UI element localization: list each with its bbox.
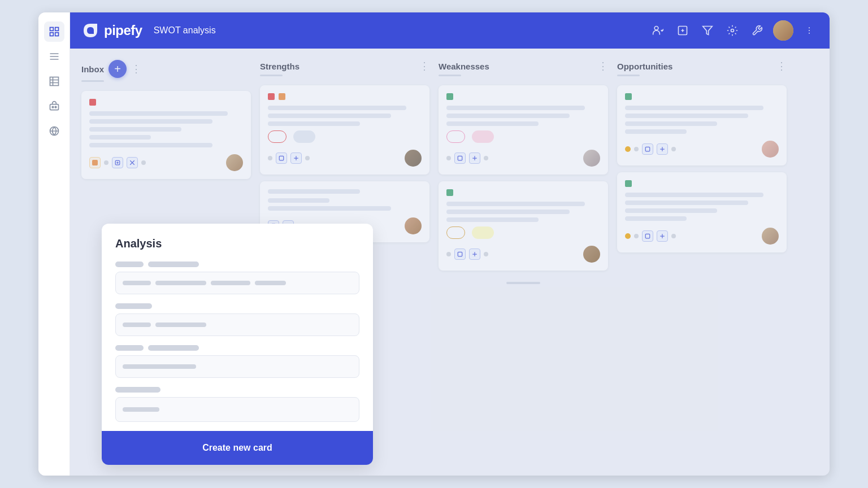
form-label-pill (115, 303, 152, 309)
form-label-pill (115, 387, 160, 393)
form-label-pill (115, 345, 144, 351)
sidebar-item-globe[interactable] (44, 121, 64, 141)
svg-point-20 (809, 27, 810, 28)
form-label-row-1 (115, 262, 359, 267)
form-input-1[interactable] (115, 272, 359, 294)
svg-rect-0 (50, 28, 53, 31)
sidebar-item-table[interactable] (44, 71, 64, 91)
sidebar-item-grid[interactable] (44, 21, 64, 42)
settings-icon[interactable] (723, 21, 741, 40)
svg-rect-1 (55, 28, 58, 31)
kanban-board: Inbox + ⋮ (70, 49, 830, 476)
form-label-row-3 (115, 345, 359, 351)
filter-icon[interactable] (698, 21, 717, 40)
svg-point-19 (731, 29, 734, 32)
header-right (649, 20, 818, 41)
form-title: Analysis (115, 237, 359, 250)
svg-marker-18 (703, 27, 713, 35)
form-label-pill (148, 345, 199, 351)
svg-point-21 (809, 30, 810, 31)
wrench-icon[interactable] (748, 21, 766, 40)
form-field-4 (115, 387, 359, 422)
form-label-row-4 (115, 387, 359, 393)
create-new-card-button[interactable]: Create new card (102, 431, 373, 465)
form-label-pill (148, 262, 199, 267)
sidebar-item-bot[interactable] (44, 96, 64, 116)
form-input-4[interactable] (115, 397, 359, 422)
svg-point-16 (654, 27, 658, 30)
svg-rect-3 (55, 33, 58, 36)
svg-rect-2 (50, 33, 53, 36)
form-label-pill (115, 262, 144, 267)
header-left: pipefy SWOT analysis (81, 21, 216, 40)
svg-point-13 (55, 106, 57, 108)
more-options-icon[interactable] (800, 21, 818, 40)
form-field-3 (115, 345, 359, 378)
create-card-form: Analysis (102, 224, 373, 465)
sidebar-item-list[interactable] (44, 46, 64, 67)
app-header: pipefy SWOT analysis (70, 12, 830, 49)
form-label-row-2 (115, 303, 359, 309)
form-input-3[interactable] (115, 355, 359, 378)
header-title: SWOT analysis (154, 25, 216, 36)
form-field-1 (115, 262, 359, 294)
logo: pipefy (81, 21, 142, 40)
user-avatar-header[interactable] (773, 20, 793, 41)
form-field-2 (115, 303, 359, 336)
logo-text: pipefy (104, 23, 142, 38)
form-input-2[interactable] (115, 313, 359, 336)
sidebar (38, 12, 70, 476)
members-icon[interactable] (649, 21, 667, 40)
svg-point-22 (809, 33, 810, 34)
svg-rect-11 (50, 104, 58, 110)
main-content: pipefy SWOT analysis (70, 12, 830, 476)
svg-rect-7 (50, 77, 58, 86)
svg-point-12 (52, 106, 54, 108)
import-icon[interactable] (674, 21, 692, 40)
